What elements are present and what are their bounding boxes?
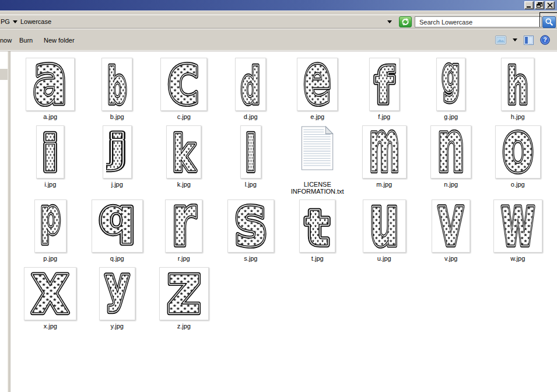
letter-thumbnail-art: sss — [231, 204, 271, 249]
file-label: m.jpg — [376, 181, 392, 188]
letter-thumbnail-art: ccc — [164, 62, 204, 107]
file-item-u-jpg[interactable]: uuuu.jpg — [351, 200, 418, 267]
svg-text:i: i — [41, 130, 59, 174]
letter-thumbnail-art: uuu — [366, 204, 402, 249]
file-item-q-jpg[interactable]: qqqq.jpg — [84, 200, 151, 267]
file-label: d.jpg — [244, 113, 258, 120]
file-item-a-jpg[interactable]: aaaa.jpg — [17, 58, 84, 125]
svg-text:a: a — [33, 62, 68, 107]
search-input[interactable] — [415, 16, 542, 27]
letter-thumbnail-art: eee — [300, 62, 334, 107]
navigation-scrollbar-fragment[interactable] — [0, 69, 8, 80]
svg-text:x: x — [31, 271, 69, 316]
file-thumbnail: jjj — [103, 125, 132, 178]
letter-thumbnail-art: lll — [244, 130, 258, 174]
breadcrumb-current[interactable]: Lowercase — [20, 18, 51, 25]
navigation-pane-remnant — [0, 51, 8, 392]
close-icon — [547, 2, 554, 8]
svg-text:k: k — [173, 130, 197, 174]
file-label: k.jpg — [177, 181, 191, 188]
file-item-o-jpg[interactable]: oooo.jpg — [485, 125, 552, 200]
svg-text:e: e — [303, 62, 331, 107]
file-item-l-jpg[interactable]: llll.jpg — [218, 125, 285, 200]
toolbar-item-new-folder[interactable]: New folder — [44, 37, 75, 44]
file-item-h-jpg[interactable]: hhhh.jpg — [485, 58, 552, 125]
address-history-arrow-icon[interactable] — [387, 20, 392, 23]
help-icon[interactable]: ? — [540, 35, 550, 45]
file-thumbnail: hhh — [501, 58, 534, 111]
file-item-t-jpg[interactable]: tttt.jpg — [284, 200, 351, 267]
toolbar-item-slideshow[interactable]: now — [0, 37, 12, 44]
letter-thumbnail-art: yyy — [103, 271, 132, 316]
file-item-f-jpg[interactable]: ffff.jpg — [351, 58, 418, 125]
views-dropdown-arrow-icon[interactable] — [513, 38, 517, 41]
letter-thumbnail-art: aaa — [29, 62, 71, 107]
letter-thumbnail-art: ppp — [38, 204, 63, 249]
breadcrumb-dropdown-icon[interactable] — [13, 20, 17, 23]
restore-button[interactable] — [535, 1, 544, 9]
refresh-button[interactable] — [399, 16, 412, 27]
thumbnail-page: ggg — [436, 58, 465, 111]
file-item-c-jpg[interactable]: cccc.jpg — [150, 58, 218, 125]
file-thumbnail: aaa — [26, 58, 75, 111]
minimize-button[interactable] — [524, 1, 534, 9]
thumbnail-page: vvv — [432, 200, 470, 253]
file-item-k-jpg[interactable]: kkkk.jpg — [150, 125, 218, 200]
svg-text:u: u — [369, 204, 399, 249]
file-item-license-txt[interactable]: LICENSEINFORMATION.txt — [284, 125, 351, 200]
file-item-z-jpg[interactable]: zzzz.jpg — [150, 267, 218, 335]
svg-text:g: g — [442, 62, 460, 103]
file-item-b-jpg[interactable]: bbbb.jpg — [84, 58, 151, 125]
file-label: x.jpg — [44, 323, 57, 330]
title-bar — [0, 0, 557, 10]
file-item-i-jpg[interactable]: iiii.jpg — [17, 125, 84, 200]
file-label: w.jpg — [510, 255, 525, 262]
file-item-g-jpg[interactable]: gggg.jpg — [418, 58, 485, 125]
file-item-x-jpg[interactable]: xxxx.jpg — [17, 267, 84, 335]
letter-thumbnail-art: www — [497, 204, 539, 249]
file-item-p-jpg[interactable]: pppp.jpg — [17, 200, 84, 267]
svg-text:j: j — [106, 130, 127, 170]
svg-text:n: n — [437, 130, 465, 174]
address-bar: PG Lowercase — [0, 15, 557, 29]
file-item-n-jpg[interactable]: nnnn.jpg — [418, 125, 485, 200]
file-item-w-jpg[interactable]: wwww.jpg — [485, 200, 552, 267]
file-item-j-jpg[interactable]: jjjj.jpg — [84, 125, 151, 200]
breadcrumb-prefix[interactable]: PG — [1, 18, 10, 25]
file-item-r-jpg[interactable]: rrrr.jpg — [150, 200, 218, 267]
file-item-s-jpg[interactable]: ssss.jpg — [218, 200, 285, 267]
svg-text:t: t — [306, 204, 330, 249]
file-item-e-jpg[interactable]: eeee.jpg — [284, 58, 351, 125]
toolbar-item-burn[interactable]: Burn — [19, 37, 33, 44]
file-thumbnail — [300, 125, 335, 178]
file-thumbnail: mmm — [362, 125, 407, 178]
breadcrumb: PG Lowercase — [1, 15, 51, 28]
file-item-v-jpg[interactable]: vvvv.jpg — [418, 200, 485, 267]
thumbnail-page: rrr — [165, 200, 202, 253]
file-list-area: aaaa.jpgbbbb.jpgcccc.jpgdddd.jpgeeee.jpg… — [0, 51, 557, 392]
thumbnail-page: eee — [297, 58, 338, 111]
file-thumbnail: kkk — [166, 125, 201, 178]
file-label: q.jpg — [110, 255, 124, 262]
file-item-y-jpg[interactable]: yyyy.jpg — [84, 267, 151, 335]
preview-pane-icon[interactable] — [524, 36, 534, 45]
file-item-d-jpg[interactable]: dddd.jpg — [218, 58, 285, 125]
file-item-m-jpg[interactable]: mmmm.jpg — [351, 125, 418, 200]
letter-thumbnail-art: ooo — [499, 130, 537, 174]
file-label: e.jpg — [310, 113, 324, 120]
slideshow-icon[interactable] — [495, 36, 506, 44]
file-label: n.jpg — [444, 181, 458, 188]
file-label: i.jpg — [44, 181, 56, 188]
thumbnail-page: jjj — [103, 125, 132, 178]
file-thumbnail: yyy — [99, 267, 135, 320]
file-label: o.jpg — [511, 181, 525, 188]
close-button[interactable] — [545, 1, 555, 9]
letter-thumbnail-art: nnn — [434, 130, 468, 174]
letter-thumbnail-art: jjj — [106, 130, 128, 174]
thumbnail-page: zzz — [159, 267, 209, 320]
file-thumbnail: ggg — [436, 58, 465, 111]
letter-thumbnail-art: qqq — [95, 204, 139, 249]
pane-separator[interactable] — [8, 51, 10, 392]
search-button[interactable] — [542, 16, 556, 28]
svg-text:v: v — [438, 204, 464, 249]
